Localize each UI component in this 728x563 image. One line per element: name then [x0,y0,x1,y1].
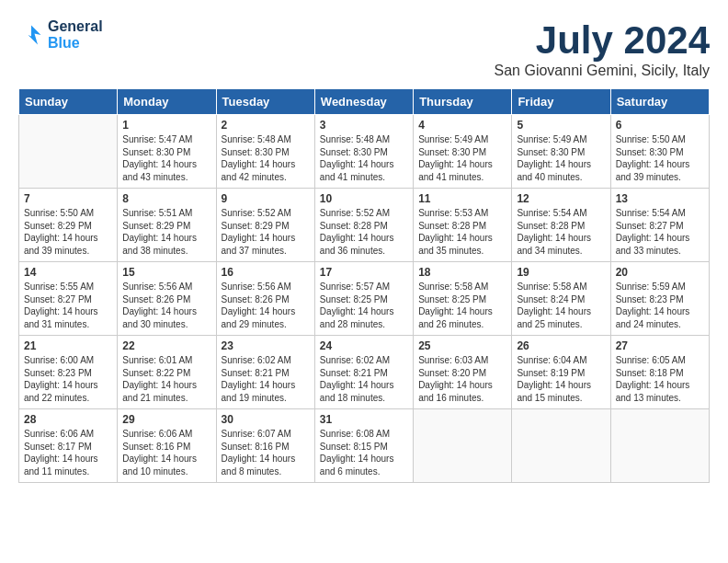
calendar-cell: 23 Sunrise: 6:02 AM Sunset: 8:21 PM Dayl… [216,336,314,409]
daylight-text: Daylight: 14 hours and 18 minutes. [320,379,408,404]
calendar-cell: 3 Sunrise: 5:48 AM Sunset: 8:30 PM Dayli… [314,115,413,189]
day-number: 29 [122,413,210,426]
day-number: 25 [418,339,506,352]
cell-content: Sunrise: 5:56 AM Sunset: 8:26 PM Dayligh… [222,281,310,330]
sunrise-text: Sunrise: 6:02 AM [222,354,310,367]
day-number: 5 [517,119,605,132]
calendar-cell: 7 Sunrise: 5:50 AM Sunset: 8:29 PM Dayli… [19,189,118,262]
calendar-week-3: 21 Sunrise: 6:00 AM Sunset: 8:23 PM Dayl… [19,336,710,409]
cell-content: Sunrise: 5:52 AM Sunset: 8:29 PM Dayligh… [222,207,310,257]
sunrise-text: Sunrise: 6:06 AM [24,428,112,441]
calendar-week-1: 7 Sunrise: 5:50 AM Sunset: 8:29 PM Dayli… [19,189,710,262]
day-number: 31 [320,413,408,426]
daylight-text: Daylight: 14 hours and 26 minutes. [418,305,506,330]
calendar-cell: 20 Sunrise: 5:59 AM Sunset: 8:23 PM Dayl… [610,262,709,336]
day-number: 3 [320,119,408,132]
cell-content: Sunrise: 5:49 AM Sunset: 8:30 PM Dayligh… [517,133,605,183]
calendar-cell: 26 Sunrise: 6:04 AM Sunset: 8:19 PM Dayl… [512,336,610,409]
day-number: 8 [122,192,210,205]
calendar-cell: 29 Sunrise: 6:06 AM Sunset: 8:16 PM Dayl… [118,409,216,483]
sunset-text: Sunset: 8:18 PM [616,367,704,380]
cell-content: Sunrise: 5:55 AM Sunset: 8:27 PM Dayligh… [24,281,112,330]
calendar-week-0: 1 Sunrise: 5:47 AM Sunset: 8:30 PM Dayli… [19,115,710,189]
sunrise-text: Sunrise: 5:48 AM [320,133,408,146]
calendar-cell: 17 Sunrise: 5:57 AM Sunset: 8:25 PM Dayl… [314,262,413,336]
sunrise-text: Sunrise: 5:59 AM [616,281,704,293]
calendar-header-row: SundayMondayTuesdayWednesdayThursdayFrid… [19,89,710,115]
title-section: July 2024 San Giovanni Gemini, Sicily, I… [495,18,710,79]
sunset-text: Sunset: 8:29 PM [222,220,310,233]
calendar-header-thursday: Thursday [414,89,512,115]
cell-content: Sunrise: 5:54 AM Sunset: 8:27 PM Dayligh… [616,207,704,257]
day-number: 28 [24,413,112,426]
sunset-text: Sunset: 8:27 PM [616,220,704,233]
cell-content: Sunrise: 6:00 AM Sunset: 8:23 PM Dayligh… [24,354,112,404]
day-number: 26 [517,339,605,352]
month-title: July 2024 [495,18,710,63]
day-number: 14 [24,266,112,279]
day-number: 10 [320,192,408,205]
daylight-text: Daylight: 14 hours and 22 minutes. [24,379,112,404]
calendar-cell: 21 Sunrise: 6:00 AM Sunset: 8:23 PM Dayl… [19,336,118,409]
calendar-cell: 2 Sunrise: 5:48 AM Sunset: 8:30 PM Dayli… [216,115,314,189]
cell-content: Sunrise: 6:08 AM Sunset: 8:15 PM Dayligh… [320,428,408,477]
daylight-text: Daylight: 14 hours and 39 minutes. [616,158,704,183]
calendar-cell: 5 Sunrise: 5:49 AM Sunset: 8:30 PM Dayli… [512,115,610,189]
daylight-text: Daylight: 14 hours and 35 minutes. [418,232,506,257]
daylight-text: Daylight: 14 hours and 31 minutes. [24,305,112,330]
calendar-cell: 1 Sunrise: 5:47 AM Sunset: 8:30 PM Dayli… [118,115,216,189]
day-number: 13 [616,192,704,205]
sunset-text: Sunset: 8:21 PM [222,367,310,380]
sunset-text: Sunset: 8:25 PM [320,293,408,306]
daylight-text: Daylight: 14 hours and 42 minutes. [222,158,310,183]
calendar-cell: 25 Sunrise: 6:03 AM Sunset: 8:20 PM Dayl… [414,336,512,409]
calendar-body: 1 Sunrise: 5:47 AM Sunset: 8:30 PM Dayli… [19,115,710,483]
cell-content: Sunrise: 6:01 AM Sunset: 8:22 PM Dayligh… [122,354,210,404]
daylight-text: Daylight: 14 hours and 40 minutes. [517,158,605,183]
calendar-cell [414,409,512,483]
sunset-text: Sunset: 8:30 PM [222,146,310,159]
calendar-cell [512,409,610,483]
sunset-text: Sunset: 8:21 PM [320,367,408,380]
sunset-text: Sunset: 8:17 PM [24,441,112,454]
cell-content: Sunrise: 5:51 AM Sunset: 8:29 PM Dayligh… [122,207,210,257]
day-number: 9 [222,192,310,205]
sunset-text: Sunset: 8:22 PM [122,367,210,380]
sunrise-text: Sunrise: 5:54 AM [517,207,605,220]
calendar-cell: 27 Sunrise: 6:05 AM Sunset: 8:18 PM Dayl… [610,336,709,409]
day-number: 17 [320,266,408,279]
calendar-cell [19,115,118,189]
sunrise-text: Sunrise: 5:57 AM [320,281,408,293]
calendar-cell: 31 Sunrise: 6:08 AM Sunset: 8:15 PM Dayl… [314,409,413,483]
cell-content: Sunrise: 5:58 AM Sunset: 8:25 PM Dayligh… [418,281,506,330]
sunset-text: Sunset: 8:26 PM [122,293,210,306]
calendar-header-wednesday: Wednesday [314,89,413,115]
cell-content: Sunrise: 5:54 AM Sunset: 8:28 PM Dayligh… [517,207,605,257]
cell-content: Sunrise: 5:52 AM Sunset: 8:28 PM Dayligh… [320,207,408,257]
day-number: 12 [517,192,605,205]
day-number: 19 [517,266,605,279]
calendar-cell: 9 Sunrise: 5:52 AM Sunset: 8:29 PM Dayli… [216,189,314,262]
sunset-text: Sunset: 8:28 PM [320,220,408,233]
cell-content: Sunrise: 5:50 AM Sunset: 8:30 PM Dayligh… [616,133,704,183]
cell-content: Sunrise: 5:48 AM Sunset: 8:30 PM Dayligh… [222,133,310,183]
calendar-cell: 30 Sunrise: 6:07 AM Sunset: 8:16 PM Dayl… [216,409,314,483]
sunset-text: Sunset: 8:30 PM [616,146,704,159]
sunrise-text: Sunrise: 5:47 AM [122,133,210,146]
calendar-week-4: 28 Sunrise: 6:06 AM Sunset: 8:17 PM Dayl… [19,409,710,483]
daylight-text: Daylight: 14 hours and 41 minutes. [418,158,506,183]
calendar-cell: 15 Sunrise: 5:56 AM Sunset: 8:26 PM Dayl… [118,262,216,336]
cell-content: Sunrise: 5:53 AM Sunset: 8:28 PM Dayligh… [418,207,506,257]
sunrise-text: Sunrise: 6:06 AM [122,428,210,441]
sunset-text: Sunset: 8:30 PM [517,146,605,159]
day-number: 4 [418,119,506,132]
sunset-text: Sunset: 8:24 PM [517,293,605,306]
daylight-text: Daylight: 14 hours and 25 minutes. [517,305,605,330]
calendar-cell: 8 Sunrise: 5:51 AM Sunset: 8:29 PM Dayli… [118,189,216,262]
sunrise-text: Sunrise: 5:56 AM [122,281,210,293]
sunrise-text: Sunrise: 5:52 AM [222,207,310,220]
cell-content: Sunrise: 6:04 AM Sunset: 8:19 PM Dayligh… [517,354,605,404]
cell-content: Sunrise: 6:06 AM Sunset: 8:16 PM Dayligh… [122,428,210,477]
sunset-text: Sunset: 8:15 PM [320,441,408,454]
calendar-cell: 12 Sunrise: 5:54 AM Sunset: 8:28 PM Dayl… [512,189,610,262]
